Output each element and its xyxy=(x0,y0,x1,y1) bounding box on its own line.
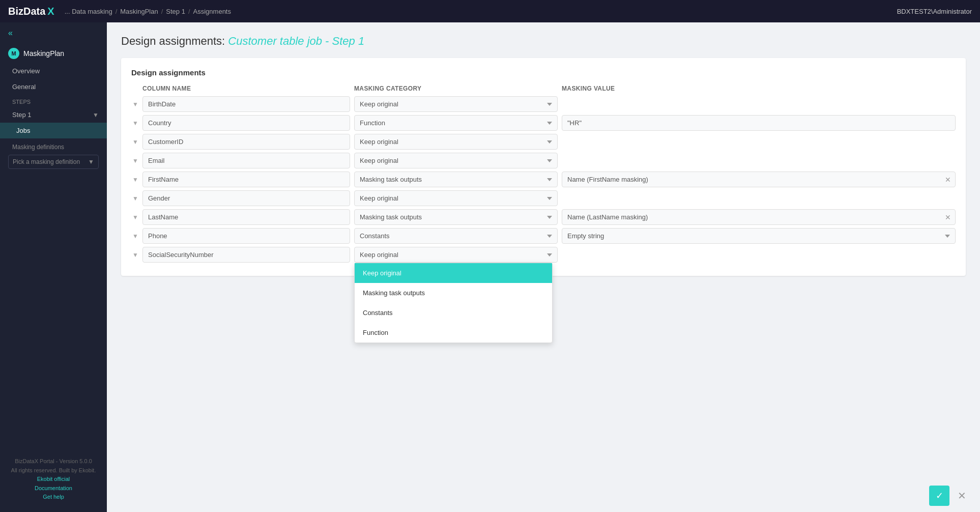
masking-def-select[interactable]: Pick a masking definition ▼ xyxy=(8,155,99,169)
confirm-button[interactable]: ✓ xyxy=(929,486,949,506)
dropdown-item-masking-task[interactable]: Masking task outputs xyxy=(355,283,552,303)
sidebar-section-label: MaskingPlan xyxy=(23,49,64,58)
masking-def-arrow-icon: ▼ xyxy=(88,158,94,165)
column-name-field xyxy=(142,134,350,150)
page-title-dynamic: Customer table job - Step 1 xyxy=(228,35,364,47)
masking-category-select[interactable]: Keep original Masking task outputs Const… xyxy=(354,115,558,131)
get-help-link[interactable]: Get help xyxy=(8,493,99,502)
expand-arrow-icon[interactable]: ▼ xyxy=(131,101,139,108)
header-masking-value: Masking value xyxy=(562,85,956,92)
breadcrumb-item-4: Assignments xyxy=(193,8,231,15)
top-navigation: BizDataX ... Data masking / MaskingPlan … xyxy=(0,0,980,22)
column-name-field xyxy=(142,209,350,225)
logo-x: X xyxy=(47,6,54,17)
dropdown-item-constants[interactable]: Constants xyxy=(355,303,552,323)
table-row: ▼ Keep original Masking task outputs Con… xyxy=(131,96,956,112)
dropdown-item-function[interactable]: Function xyxy=(355,323,552,343)
masking-def-label: Masking definitions xyxy=(0,138,107,153)
page-title-static: Design assignments: xyxy=(121,35,225,47)
steps-label: Steps xyxy=(0,95,107,107)
sidebar-section-header: M MaskingPlan xyxy=(0,44,107,63)
main-content: Design assignments: Customer table job -… xyxy=(107,22,980,512)
expand-arrow-icon[interactable]: ▼ xyxy=(131,195,139,202)
sidebar-step1[interactable]: Step 1 ▼ xyxy=(0,107,107,123)
documentation-link[interactable]: Documentation xyxy=(8,484,99,493)
close-icon[interactable]: ✕ xyxy=(941,211,955,223)
step1-arrow-icon: ▼ xyxy=(93,111,99,119)
table-row: ▼ Keep original Masking task outputs Con… xyxy=(131,209,956,225)
rights-text: All rights reserved. Built by Ekobit. xyxy=(11,467,96,473)
sidebar-footer: BizDataX Portal - Version 5.0.0 All righ… xyxy=(0,452,107,507)
breadcrumb: ... Data masking / MaskingPlan / Step 1 … xyxy=(65,8,231,15)
column-name-field xyxy=(142,153,350,168)
sidebar-item-general[interactable]: General xyxy=(0,79,107,95)
masking-value-input[interactable] xyxy=(562,172,941,187)
masking-category-select[interactable]: Keep original Masking task outputs Const… xyxy=(354,134,558,150)
sidebar: « M MaskingPlan Overview General Steps S… xyxy=(0,22,107,512)
column-name-field xyxy=(142,115,350,131)
table-row: ▼ Keep original Masking task outputs Con… xyxy=(131,190,956,206)
dropdown-item-keep-original[interactable]: Keep original xyxy=(355,263,552,283)
ekobit-official-link[interactable]: Ekobit official xyxy=(8,475,99,484)
masking-category-select[interactable]: Keep original Masking task outputs Const… xyxy=(354,247,558,263)
table-row: ▼ Keep original Masking task outputs Con… xyxy=(131,153,956,168)
sidebar-jobs[interactable]: Jobs xyxy=(0,123,107,138)
table-row: ▼ Keep original Masking task outputs Con… xyxy=(131,228,956,244)
expand-arrow-icon[interactable]: ▼ xyxy=(131,157,139,164)
header-masking-category: Masking category xyxy=(354,85,558,92)
masking-category-select[interactable]: Keep original Masking task outputs Const… xyxy=(354,172,558,187)
logo-text: BizData xyxy=(8,6,45,17)
table-row: ▼ Keep original Masking task outputs Con… xyxy=(131,172,956,187)
masking-plan-icon: M xyxy=(8,48,19,59)
expand-arrow-icon[interactable]: ▼ xyxy=(131,176,139,183)
masking-category-select[interactable]: Keep original Masking task outputs Const… xyxy=(354,228,558,244)
category-dropdown: Keep original Masking task outputs Const… xyxy=(354,263,553,343)
masking-category-select[interactable]: Keep original Masking task outputs Const… xyxy=(354,96,558,112)
cancel-button[interactable]: ✕ xyxy=(954,488,970,504)
masking-category-select[interactable]: Keep original Masking task outputs Const… xyxy=(354,153,558,168)
expand-arrow-icon[interactable]: ▼ xyxy=(131,251,139,259)
masking-value-with-x: ✕ xyxy=(562,172,956,187)
table-row: ▼ Keep original Masking task outputs Con… xyxy=(131,134,956,150)
masking-value-input[interactable] xyxy=(562,115,956,131)
design-assignments-card: Design assignments Column name Masking c… xyxy=(121,58,966,276)
column-name-field xyxy=(142,190,350,206)
masking-category-select[interactable]: Keep original Masking task outputs Const… xyxy=(354,190,558,206)
table-row: ▼ Keep original Masking task outputs Con… xyxy=(131,247,956,263)
header-column-name: Column name xyxy=(131,85,350,92)
breadcrumb-item-3[interactable]: Step 1 xyxy=(166,8,185,15)
close-icon[interactable]: ✕ xyxy=(941,174,955,186)
version-text: BizDataX Portal - Version 5.0.0 xyxy=(15,458,92,464)
masking-def-placeholder: Pick a masking definition xyxy=(13,158,80,165)
masking-value-input[interactable] xyxy=(562,210,941,224)
expand-arrow-icon[interactable]: ▼ xyxy=(131,138,139,146)
column-name-field xyxy=(142,96,350,112)
action-bar: ✓ ✕ xyxy=(919,479,980,512)
breadcrumb-item-2[interactable]: MaskingPlan xyxy=(120,8,158,15)
sidebar-back-button[interactable]: « xyxy=(0,22,107,44)
table-row: ▼ Keep original Masking task outputs Con… xyxy=(131,115,956,131)
card-title: Design assignments xyxy=(131,68,956,77)
column-name-field xyxy=(142,228,350,244)
expand-arrow-icon[interactable]: ▼ xyxy=(131,120,139,127)
sidebar-item-overview[interactable]: Overview xyxy=(0,63,107,79)
app-logo: BizDataX xyxy=(8,6,54,17)
page-title: Design assignments: Customer table job -… xyxy=(121,35,966,48)
user-info: BDXTEST2\Administrator xyxy=(897,8,972,15)
table-header: Column name Masking category Masking val… xyxy=(131,85,956,96)
column-name-field xyxy=(142,172,350,187)
step1-label: Step 1 xyxy=(12,111,32,119)
expand-arrow-icon[interactable]: ▼ xyxy=(131,233,139,240)
breadcrumb-item-1[interactable]: ... Data masking xyxy=(65,8,112,15)
masking-category-select[interactable]: Keep original Masking task outputs Const… xyxy=(354,209,558,225)
masking-value-with-x: ✕ xyxy=(562,209,956,225)
column-name-field xyxy=(142,247,350,263)
masking-value-select[interactable]: Empty string Null Custom xyxy=(562,228,956,244)
expand-arrow-icon[interactable]: ▼ xyxy=(131,214,139,221)
